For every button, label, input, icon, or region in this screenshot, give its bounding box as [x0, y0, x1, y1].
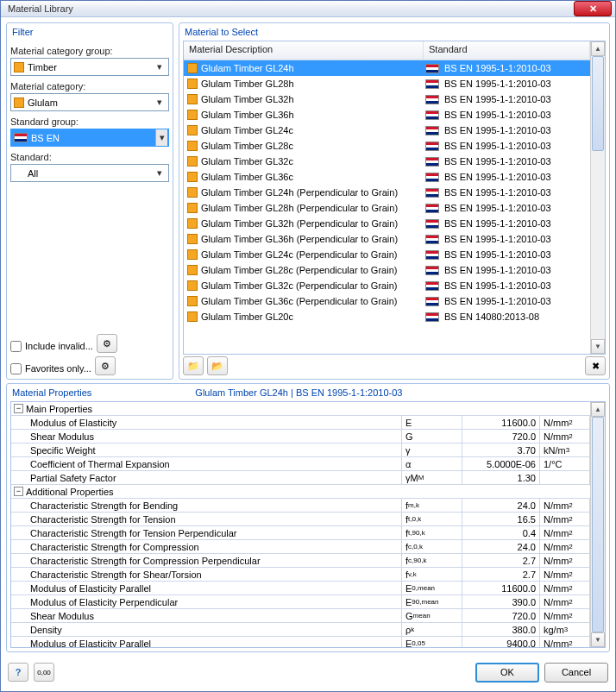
uk-flag-icon — [14, 133, 28, 142]
property-row[interactable]: Shear ModulusGmean720.0N/mm2 — [11, 609, 590, 623]
material-swatch-icon — [187, 156, 198, 167]
table-row[interactable]: Glulam Timber GL28c (Perpendicular to Gr… — [184, 262, 590, 278]
scroll-up-arrow[interactable]: ▲ — [591, 41, 605, 56]
filter-heading: Filter — [10, 25, 169, 41]
material-standard: BS EN 1995-1-1:2010-03 — [444, 125, 551, 135]
material-swatch-icon — [187, 94, 198, 104]
collapse-icon[interactable]: − — [14, 487, 23, 496]
material-swatch-icon — [187, 280, 198, 291]
table-row[interactable]: Glulam Timber GL24c (Perpendicular to Gr… — [184, 247, 590, 262]
ok-button[interactable]: OK — [475, 663, 539, 683]
property-row[interactable]: Characteristic Strength for Compressionf… — [11, 540, 590, 554]
material-standard: BS EN 1995-1-1:2010-03 — [444, 63, 551, 73]
table-row[interactable]: Glulam Timber GL32hBS EN 1995-1-1:2010-0… — [184, 91, 590, 107]
uk-flag-icon — [425, 250, 439, 260]
col-description[interactable]: Material Description — [184, 41, 424, 60]
material-standard: BS EN 1995-1-1:2010-03 — [444, 265, 551, 275]
gear-icon: ⚙ — [103, 338, 111, 349]
table-row[interactable]: Glulam Timber GL36hBS EN 1995-1-1:2010-0… — [184, 107, 590, 123]
scroll-thumb[interactable] — [592, 56, 604, 151]
property-name: Density — [11, 623, 402, 636]
close-button[interactable]: ✕ — [574, 1, 612, 16]
property-unit: kN/m3 — [540, 444, 590, 456]
property-row[interactable]: Densityρk380.0kg/m3 — [11, 623, 590, 637]
invalid-options-button[interactable]: ⚙ — [97, 334, 117, 353]
scroll-down-arrow[interactable]: ▼ — [591, 632, 605, 647]
property-row[interactable]: Characteristic Strength for Compression … — [11, 554, 590, 568]
material-library-dialog: Material Library ✕ Filter Material categ… — [0, 0, 616, 692]
standard-group-combo[interactable]: BS EN▾ — [10, 129, 169, 147]
table-row[interactable]: Glulam Timber GL32h (Perpendicular to Gr… — [184, 216, 590, 231]
property-row[interactable]: Modulus of Elasticity ParallelE0,059400.… — [11, 637, 590, 647]
table-row[interactable]: Glulam Timber GL28h (Perpendicular to Gr… — [184, 200, 590, 216]
uk-flag-icon — [425, 173, 439, 182]
table-row[interactable]: Glulam Timber GL20cBS EN 14080:2013-08 — [184, 309, 590, 324]
property-name: Characteristic Strength for Compression … — [11, 554, 402, 567]
property-name: Shear Modulus — [11, 609, 402, 622]
table-row[interactable]: Glulam Timber GL28cBS EN 1995-1-1:2010-0… — [184, 138, 590, 154]
material-swatch-icon — [187, 218, 198, 229]
scroll-down-arrow[interactable]: ▼ — [591, 339, 605, 354]
delete-icon: ✖ — [592, 361, 600, 372]
window-title: Material Library — [4, 3, 73, 14]
property-row[interactable]: Characteristic Strength for Tensionft,0,… — [11, 513, 590, 526]
group-name: Main Properties — [26, 404, 92, 414]
favorites-options-button[interactable]: ⚙ — [95, 356, 116, 375]
property-name: Characteristic Strength for Tension — [11, 513, 402, 525]
new-material-button[interactable]: 📁 — [183, 356, 204, 375]
titlebar[interactable]: Material Library ✕ — [1, 1, 615, 17]
table-row[interactable]: Glulam Timber GL36c (Perpendicular to Gr… — [184, 293, 590, 309]
property-row[interactable]: Characteristic Strength for Shear/Torsio… — [11, 568, 590, 582]
property-row[interactable]: Coefficient of Thermal Expansionα5.0000E… — [11, 457, 590, 471]
include-invalid-checkbox[interactable]: Include invalid... — [10, 341, 93, 352]
property-row[interactable]: Shear ModulusG720.0N/mm2 — [11, 430, 590, 444]
property-row[interactable]: Partial Safety FactorγMM1.30 — [11, 471, 590, 485]
collapse-icon[interactable]: − — [14, 404, 23, 413]
table-row[interactable]: Glulam Timber GL24h (Perpendicular to Gr… — [184, 185, 590, 200]
standard-group-label: Standard group: — [10, 116, 169, 127]
scroll-thumb[interactable] — [592, 417, 604, 632]
col-standard[interactable]: Standard — [424, 41, 590, 60]
table-row[interactable]: Glulam Timber GL32c (Perpendicular to Gr… — [184, 278, 590, 293]
scroll-up-arrow[interactable]: ▲ — [591, 402, 605, 417]
property-unit — [540, 471, 590, 484]
category-group-combo[interactable]: Timber▾ — [10, 58, 169, 76]
property-row[interactable]: Modulus of ElasticityE11600.0N/mm2 — [11, 416, 590, 430]
property-row[interactable]: Modulus of Elasticity PerpendicularE90,m… — [11, 595, 590, 609]
table-header: Material Description Standard — [184, 41, 590, 60]
uk-flag-icon — [425, 95, 439, 104]
help-button[interactable]: ? — [8, 663, 28, 682]
material-name: Glulam Timber GL32h — [201, 94, 294, 104]
property-row[interactable]: Characteristic Strength for Tension Perp… — [11, 526, 590, 540]
property-row[interactable]: Specific Weightγ3.70kN/m3 — [11, 444, 590, 457]
property-row[interactable]: Modulus of Elasticity ParallelE0,mean116… — [11, 582, 590, 595]
category-combo[interactable]: Glulam▾ — [10, 93, 169, 111]
uk-flag-icon — [425, 219, 439, 229]
material-standard: BS EN 1995-1-1:2010-03 — [444, 218, 551, 229]
favorites-only-checkbox[interactable]: Favorites only... — [10, 363, 91, 374]
table-row[interactable]: Glulam Timber GL36cBS EN 1995-1-1:2010-0… — [184, 169, 590, 185]
open-material-button[interactable]: 📂 — [207, 356, 228, 375]
delete-material-button[interactable]: ✖ — [585, 356, 606, 375]
material-name: Glulam Timber GL24c (Perpendicular to Gr… — [201, 249, 397, 260]
table-row[interactable]: Glulam Timber GL24cBS EN 1995-1-1:2010-0… — [184, 123, 590, 138]
standard-combo[interactable]: All▾ — [10, 164, 169, 182]
property-unit: N/mm2 — [540, 568, 590, 581]
material-name: Glulam Timber GL32h (Perpendicular to Gr… — [201, 218, 398, 229]
property-symbol: E0,05 — [402, 637, 462, 647]
property-group-row[interactable]: −Additional Properties — [11, 485, 590, 499]
material-name: Glulam Timber GL32c (Perpendicular to Gr… — [201, 280, 397, 291]
table-row[interactable]: Glulam Timber GL36h (Perpendicular to Gr… — [184, 231, 590, 247]
table-body[interactable]: Glulam Timber GL24hBS EN 1995-1-1:2010-0… — [184, 60, 590, 354]
material-standard: BS EN 1995-1-1:2010-03 — [444, 172, 551, 182]
property-name: Characteristic Strength for Shear/Torsio… — [11, 568, 402, 581]
table-row[interactable]: Glulam Timber GL32cBS EN 1995-1-1:2010-0… — [184, 154, 590, 169]
table-row[interactable]: Glulam Timber GL28hBS EN 1995-1-1:2010-0… — [184, 76, 590, 91]
cancel-button[interactable]: Cancel — [544, 663, 608, 683]
props-scrollbar[interactable]: ▲ ▼ — [590, 402, 605, 647]
property-row[interactable]: Characteristic Strength for Bendingfm,k2… — [11, 499, 590, 513]
units-button[interactable]: 0,00 — [34, 663, 54, 682]
table-row[interactable]: Glulam Timber GL24hBS EN 1995-1-1:2010-0… — [184, 60, 590, 76]
property-group-row[interactable]: −Main Properties — [11, 402, 590, 416]
vertical-scrollbar[interactable]: ▲ ▼ — [590, 41, 605, 354]
